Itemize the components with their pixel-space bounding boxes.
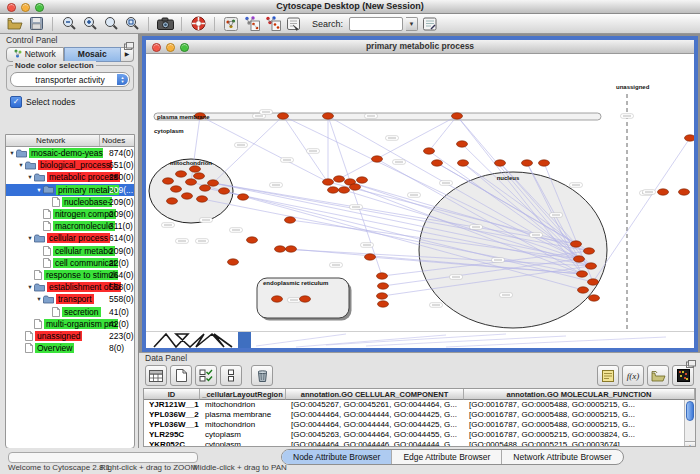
table-row[interactable]: YLR295Ccytoplasm[GO:0045263, GO:0044464,… <box>144 430 695 440</box>
expand-arrow-icon[interactable]: ▼ <box>17 162 25 168</box>
tab-node-attribute-browser[interactable]: Node Attribute Browser <box>282 450 391 464</box>
graph-node[interactable] <box>300 296 311 302</box>
graph-node[interactable] <box>163 178 174 184</box>
graph-node[interactable] <box>328 187 339 193</box>
graph-node[interactable] <box>365 254 376 260</box>
tree-row-cellular-process[interactable]: ▼cellular process614(0) <box>6 232 134 244</box>
graph-node[interactable] <box>272 296 283 302</box>
graph-node[interactable] <box>377 273 388 279</box>
select-attributes-icon[interactable] <box>195 365 217 386</box>
expand-arrow-icon[interactable]: ▼ <box>35 296 43 302</box>
float-data-panel-icon[interactable] <box>686 354 696 372</box>
graph-node[interactable] <box>176 171 187 177</box>
graph-node[interactable] <box>197 196 208 202</box>
graph-node[interactable] <box>378 283 389 289</box>
graph-node[interactable] <box>432 160 443 166</box>
advanced-search-icon[interactable] <box>421 15 439 32</box>
graph-node[interactable] <box>457 141 468 147</box>
tab-network[interactable]: Network <box>6 47 64 62</box>
graph-node[interactable] <box>323 179 334 185</box>
table-row[interactable]: YKR052Ccytoplasm[GO:0044464, GO:0044446,… <box>144 440 695 447</box>
attribute-table-icon[interactable] <box>145 365 167 386</box>
graph-edge[interactable] <box>429 116 457 151</box>
graph-node[interactable] <box>584 248 595 254</box>
graph-node[interactable] <box>275 246 286 252</box>
graph-node[interactable] <box>539 160 550 166</box>
graph-node[interactable] <box>372 156 383 162</box>
scrollbar-thumb[interactable] <box>686 401 694 421</box>
expand-arrow-icon[interactable]: ▼ <box>26 174 34 180</box>
graph-node[interactable] <box>200 185 211 191</box>
vizmapper-icon[interactable] <box>222 15 240 32</box>
tree-row-secretion[interactable]: secretion41(0) <box>6 305 134 317</box>
tree-row-metabolic-process[interactable]: ▼metabolic process280(0) <box>6 171 134 183</box>
graph-node[interactable] <box>578 287 589 293</box>
zoom-in-icon[interactable] <box>81 15 99 32</box>
graph-node[interactable] <box>186 179 197 185</box>
tree-column-nodes[interactable]: Nodes <box>100 135 134 146</box>
annotate-network-icon[interactable] <box>243 15 261 32</box>
expand-arrow-icon[interactable]: ▼ <box>26 284 34 290</box>
graph-node[interactable] <box>658 189 669 195</box>
graph-node[interactable] <box>334 176 345 182</box>
graph-node[interactable] <box>495 160 506 166</box>
table-row[interactable]: YPL036W__1mitochondrion[GO:0044464, GO:0… <box>144 420 695 430</box>
tree-column-network[interactable]: Network <box>6 135 100 146</box>
expand-arrow-icon[interactable]: ▼ <box>26 235 34 241</box>
graph-node[interactable] <box>339 187 350 193</box>
graph-node[interactable] <box>190 166 201 172</box>
graph-node[interactable] <box>182 193 193 199</box>
search-input[interactable] <box>349 17 403 31</box>
graph-node[interactable] <box>685 135 695 141</box>
tree-row-establishment-of-lo[interactable]: ▼establishment of lo558(0) <box>6 281 134 293</box>
graph-node[interactable] <box>679 189 690 195</box>
float-panel-icon[interactable] <box>124 36 134 54</box>
graph-node[interactable] <box>285 217 296 223</box>
zoom-selected-icon[interactable] <box>102 15 120 32</box>
table-column-header[interactable]: annotation.GO CELLULAR_COMPONENT <box>286 389 464 400</box>
graph-node[interactable] <box>357 177 368 183</box>
network-window-titlebar[interactable]: primary metabolic process <box>146 40 694 54</box>
table-column-header[interactable]: annotation.GO MOLECULAR_FUNCTION <box>464 389 695 400</box>
graph-node[interactable] <box>424 148 435 154</box>
graph-node[interactable] <box>238 194 249 200</box>
delete-attribute-trash-icon[interactable] <box>251 365 273 386</box>
graph-edge[interactable] <box>339 116 457 179</box>
zoom-out-icon[interactable] <box>60 15 78 32</box>
snapshot-camera-icon[interactable] <box>156 15 174 32</box>
graph-node[interactable] <box>247 237 258 243</box>
graph-node[interactable] <box>588 279 599 285</box>
table-row[interactable]: YJR121W__1mitochondrion[GO:0045267, GO:0… <box>144 400 695 410</box>
table-column-header[interactable]: ID <box>144 389 200 400</box>
tab-network-attribute-browser[interactable]: Network Attribute Browser <box>501 450 622 464</box>
graph-node[interactable] <box>219 188 230 194</box>
tree-row-unassigned[interactable]: unassigned223(0) <box>6 330 134 342</box>
graph-node[interactable] <box>571 241 582 247</box>
tab-mosaic[interactable]: Mosaic <box>64 47 122 62</box>
import-attributes-folder-icon[interactable] <box>647 365 669 386</box>
save-session-icon[interactable] <box>27 15 45 32</box>
import-network-icon[interactable] <box>285 15 303 32</box>
graph-node[interactable] <box>522 160 533 166</box>
tree-row-overview[interactable]: Overview8(0) <box>6 342 134 354</box>
node-color-dropdown[interactable]: transporter activity ▲▼ <box>10 72 130 87</box>
tree-row-multi-organism-pro[interactable]: multi-organism pro42(0) <box>6 318 134 330</box>
graph-node[interactable] <box>378 301 389 307</box>
graph-node[interactable] <box>208 180 219 186</box>
zoom-fit-icon[interactable] <box>123 15 141 32</box>
graph-node[interactable] <box>171 186 182 192</box>
help-lifesaver-icon[interactable] <box>189 15 207 32</box>
graph-node[interactable] <box>377 293 388 299</box>
unselect-attributes-icon[interactable] <box>220 365 242 386</box>
graph-node[interactable] <box>589 295 600 301</box>
graph-node[interactable] <box>350 184 361 190</box>
graph-node[interactable] <box>167 198 178 204</box>
graph-edge[interactable] <box>593 138 690 282</box>
expand-arrow-icon[interactable]: ▼ <box>8 150 16 156</box>
graph-node[interactable] <box>323 113 334 119</box>
new-attribute-icon[interactable] <box>170 365 192 386</box>
open-session-icon[interactable] <box>6 15 24 32</box>
tree-row-response-to-stimulu[interactable]: response to stimulu264(0) <box>6 269 134 281</box>
tree-row-cell-communicat[interactable]: cell communicat22(0) <box>6 257 134 269</box>
tree-row-biological-process[interactable]: ▼biological_process651(0) <box>6 159 134 171</box>
